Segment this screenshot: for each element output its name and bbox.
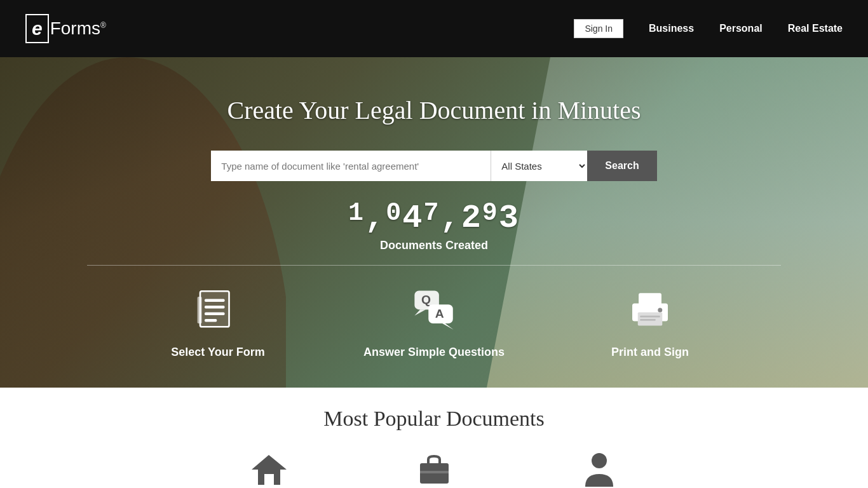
counter-label: Documents Created: [0, 239, 868, 252]
feature-answer-questions-label: Answer Simple Questions: [363, 346, 505, 359]
feature-print-sign-label: Print and Sign: [611, 346, 689, 359]
site-header: e Forms® Sign In Business Personal Real …: [0, 0, 868, 57]
popular-icon-1[interactable]: [250, 450, 288, 488]
sign-in-button[interactable]: Sign In: [574, 19, 623, 38]
form-svg-icon: [196, 288, 240, 332]
svg-rect-22: [420, 471, 449, 473]
qa-svg-icon: Q A: [412, 288, 456, 332]
state-select[interactable]: All States Alabama Alaska Arizona Arkans…: [491, 151, 587, 181]
logo[interactable]: e Forms®: [25, 14, 106, 43]
logo-reg: ®: [100, 21, 106, 30]
feature-answer-questions: Q A Answer Simple Questions: [326, 285, 542, 359]
svg-point-23: [592, 453, 607, 468]
search-input[interactable]: [211, 151, 491, 181]
counter-d5: 7: [423, 200, 440, 227]
feature-print-sign: Print and Sign: [542, 285, 758, 359]
feature-select-form: Select Your Form: [110, 285, 326, 359]
counter-d2: ,: [365, 200, 386, 236]
counter-d8: 9: [482, 200, 499, 227]
svg-rect-3: [205, 306, 225, 308]
popular-title: Most Popular Documents: [323, 407, 545, 431]
hero-title: Create Your Legal Document in Minutes: [0, 95, 868, 125]
person-icon: [582, 452, 617, 487]
form-icon: [193, 285, 243, 336]
feature-select-form-label: Select Your Form: [171, 346, 264, 359]
nav-business[interactable]: Business: [649, 23, 694, 34]
svg-marker-8: [414, 309, 426, 316]
popular-icon-3[interactable]: [580, 450, 618, 488]
popular-icons-row: [250, 450, 618, 488]
svg-text:Q: Q: [421, 293, 431, 306]
print-icon: [625, 285, 675, 336]
logo-box: e: [25, 14, 49, 43]
popular-section: Most Popular Documents: [0, 388, 868, 488]
counter-d4: 4: [402, 200, 423, 236]
counter-d7: 2: [461, 200, 482, 236]
counter-numbers: 1 , 0 4 7 , 2 9 3: [0, 200, 868, 236]
logo-forms: Forms®: [50, 18, 106, 39]
search-bar: All States Alabama Alaska Arizona Arkans…: [0, 151, 868, 181]
svg-text:A: A: [435, 307, 444, 320]
counter-d6: ,: [440, 200, 461, 236]
hero-content: Create Your Legal Document in Minutes Al…: [0, 57, 868, 359]
counter-d9: 3: [499, 200, 520, 236]
features-row: Select Your Form Q A Answer: [0, 278, 868, 359]
svg-rect-16: [640, 319, 656, 321]
svg-rect-5: [205, 319, 217, 322]
search-button[interactable]: Search: [587, 151, 656, 181]
counter-d1: 1: [348, 200, 365, 227]
popular-icon-2[interactable]: [415, 450, 453, 488]
svg-marker-11: [442, 323, 454, 330]
svg-rect-20: [264, 474, 274, 485]
svg-rect-2: [205, 299, 225, 302]
svg-rect-6: [198, 297, 202, 323]
logo-e: e: [32, 18, 43, 39]
counter-section: 1 , 0 4 7 , 2 9 3 Documents Created: [0, 200, 868, 252]
svg-rect-15: [640, 316, 660, 318]
hero-section: Create Your Legal Document in Minutes Al…: [0, 57, 868, 388]
nav-right: Sign In Business Personal Real Estate: [574, 19, 843, 38]
qa-icon: Q A: [409, 285, 459, 336]
counter-d3: 0: [386, 200, 402, 227]
hero-divider: [87, 265, 782, 266]
nav-realestate[interactable]: Real Estate: [788, 23, 843, 34]
svg-rect-17: [639, 294, 661, 306]
svg-point-18: [658, 308, 662, 313]
house-icon: [252, 452, 287, 487]
nav-personal[interactable]: Personal: [719, 23, 763, 34]
svg-rect-4: [205, 313, 225, 315]
main-nav: Business Personal Real Estate: [649, 23, 843, 34]
briefcase-icon: [417, 452, 452, 487]
print-svg-icon: [628, 288, 672, 332]
